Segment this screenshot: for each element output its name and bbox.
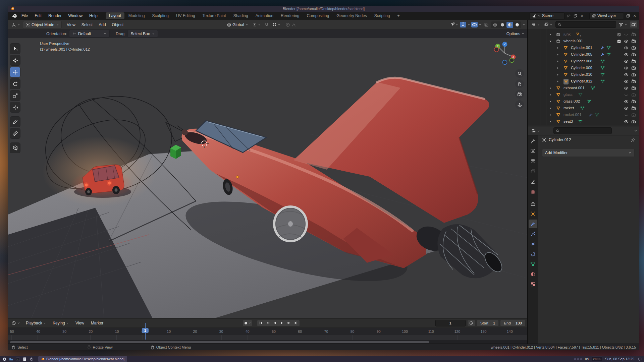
outliner-row-cylinder-001[interactable]: Cylinder.001 xyxy=(528,45,639,51)
snap-settings-selector[interactable] xyxy=(271,22,282,27)
modifier-wrench-icon[interactable] xyxy=(589,113,593,117)
outliner-row-exhaust-001[interactable]: exhaust.001 xyxy=(528,85,639,92)
chevron-down-icon[interactable] xyxy=(479,23,482,26)
outliner-item-label[interactable]: exhaust.001 xyxy=(564,86,585,90)
chevron-down-icon[interactable] xyxy=(522,23,525,26)
render-visibility-off-icon[interactable] xyxy=(631,113,636,117)
eye-closed-icon[interactable] xyxy=(624,93,629,97)
zoom-view-button[interactable] xyxy=(515,69,524,78)
tool-cursor-button[interactable] xyxy=(10,55,20,65)
pin-icon[interactable] xyxy=(631,138,635,142)
text-editor-icon[interactable] xyxy=(22,357,27,361)
expand-icon[interactable] xyxy=(549,86,552,90)
outliner-search-input[interactable] xyxy=(563,22,614,27)
remove-view-layer-button[interactable]: ✕ xyxy=(632,13,637,18)
viewport-3d[interactable]: Object Mode ViewSelectAddObject Global xyxy=(8,20,527,318)
orientation-dropdown[interactable]: Default xyxy=(69,30,110,38)
outliner-row-glass[interactable]: glass xyxy=(528,92,639,98)
system-tray[interactable] xyxy=(574,358,582,360)
transform-orientation-selector[interactable]: Global xyxy=(225,22,250,28)
expand-icon[interactable] xyxy=(549,107,552,111)
eye-open-icon[interactable] xyxy=(624,106,629,111)
chevron-down-icon[interactable] xyxy=(634,129,637,132)
menu-keying[interactable]: Keying xyxy=(50,321,72,325)
drag-dropdown[interactable]: Select Box xyxy=(127,30,158,38)
outliner-row-seat3[interactable]: seat3 xyxy=(528,118,639,125)
outliner-item-label[interactable]: rocket xyxy=(564,106,574,110)
expand-icon[interactable] xyxy=(556,66,559,70)
menu-help[interactable]: Help xyxy=(86,13,101,18)
mesh-data-icon[interactable] xyxy=(578,119,583,124)
properties-tab-output[interactable] xyxy=(529,157,537,166)
tab-modeling[interactable]: Modeling xyxy=(125,12,148,19)
render-visibility-on-icon[interactable] xyxy=(631,46,636,50)
outliner-item-label[interactable]: junk xyxy=(564,32,571,36)
playhead-frame-badge[interactable]: 1 xyxy=(142,328,149,333)
properties-editor-type-button[interactable] xyxy=(530,128,541,134)
frame-start-field[interactable]: Start 1 xyxy=(477,320,499,326)
editor-type-selector[interactable] xyxy=(10,22,21,28)
outliner-row-cylinder-012[interactable]: Cylinder.012 xyxy=(528,78,639,85)
outliner-item-label[interactable]: Cylinder.009 xyxy=(571,66,592,70)
tab-compositing[interactable]: Compositing xyxy=(303,12,332,19)
chevron-down-icon[interactable] xyxy=(467,23,470,26)
eye-closed-icon[interactable] xyxy=(624,32,629,37)
collection-checkbox-icon[interactable] xyxy=(617,33,621,37)
tab-scripting[interactable]: Scripting xyxy=(371,12,393,19)
proportional-editing-icon[interactable] xyxy=(285,22,290,27)
eye-closed-icon[interactable] xyxy=(624,113,629,117)
mesh-data-icon[interactable] xyxy=(606,46,611,50)
app-menu-icon[interactable] xyxy=(2,357,7,361)
mesh-data-icon[interactable] xyxy=(600,72,605,77)
scene-selector[interactable]: Scene xyxy=(530,12,565,19)
properties-tab-view-layer[interactable] xyxy=(529,167,537,176)
next-key-button[interactable] xyxy=(285,320,292,326)
mesh-data-icon[interactable] xyxy=(600,79,605,83)
eye-open-icon[interactable] xyxy=(624,86,629,90)
outliner-item-label[interactable]: Cylinder.010 xyxy=(571,72,592,76)
pivot-point-selector[interactable] xyxy=(251,22,262,28)
outliner-item-label[interactable]: Cylinder.005 xyxy=(571,52,592,56)
shading-solid-button[interactable] xyxy=(499,22,506,28)
blender-logo-icon[interactable] xyxy=(11,13,17,19)
pan-view-button[interactable] xyxy=(515,79,524,88)
expand-icon[interactable] xyxy=(556,60,559,64)
mesh-data-icon[interactable] xyxy=(580,106,585,110)
tab-geometry-nodes[interactable]: Geometry Nodes xyxy=(333,12,370,19)
menu-window[interactable]: Window xyxy=(65,13,86,18)
tool-move-button[interactable] xyxy=(10,67,20,77)
eye-open-icon[interactable] xyxy=(624,39,629,44)
tool-annotate-button[interactable] xyxy=(10,117,20,127)
expand-icon[interactable] xyxy=(556,80,559,84)
properties-search[interactable] xyxy=(553,127,612,134)
properties-tab-world[interactable] xyxy=(529,188,537,196)
timeline-ruler[interactable]: -50-40-30-20-100102030405060708090100110… xyxy=(8,328,527,335)
menu-view[interactable]: View xyxy=(72,321,87,325)
render-visibility-on-icon[interactable] xyxy=(631,32,636,37)
modifier-wrench-icon[interactable] xyxy=(600,52,605,57)
eye-open-icon[interactable] xyxy=(624,46,629,50)
menu-marker[interactable]: Marker xyxy=(88,321,106,325)
tab-uv-editing[interactable]: UV Editing xyxy=(173,12,199,19)
tab-sculpting[interactable]: Sculpting xyxy=(149,12,172,19)
outliner-item-label[interactable]: wheels.001 xyxy=(564,39,583,43)
outliner-item-label[interactable]: glass xyxy=(564,93,573,97)
outliner-editor-type-button[interactable] xyxy=(530,21,541,27)
use-preview-range-icon[interactable] xyxy=(468,320,475,326)
outliner-display-mode-button[interactable] xyxy=(543,21,554,27)
properties-search-input[interactable] xyxy=(561,128,609,133)
menu-add[interactable]: Add xyxy=(96,22,109,27)
outliner-row-junk[interactable]: junk7 xyxy=(528,31,639,38)
terminal-icon[interactable] xyxy=(15,357,20,361)
expand-icon[interactable] xyxy=(549,100,552,104)
unlink-scene-button[interactable]: ✕ xyxy=(579,13,585,18)
pin-scene-button[interactable] xyxy=(566,13,571,18)
outliner-filter-button[interactable] xyxy=(618,22,629,27)
taskbar-window-button[interactable]: Blender [/home/amalie/Desktop/blender/ca… xyxy=(38,356,127,362)
properties-tab-particles[interactable] xyxy=(529,230,537,238)
expand-icon[interactable] xyxy=(549,113,552,117)
new-view-layer-button[interactable] xyxy=(625,13,631,18)
navigation-gizmo[interactable]: Z X Y xyxy=(491,40,519,68)
properties-tab-texture[interactable] xyxy=(529,280,537,289)
taskbar-clock[interactable]: Sun, 08 Sep 13:25 xyxy=(605,357,634,361)
